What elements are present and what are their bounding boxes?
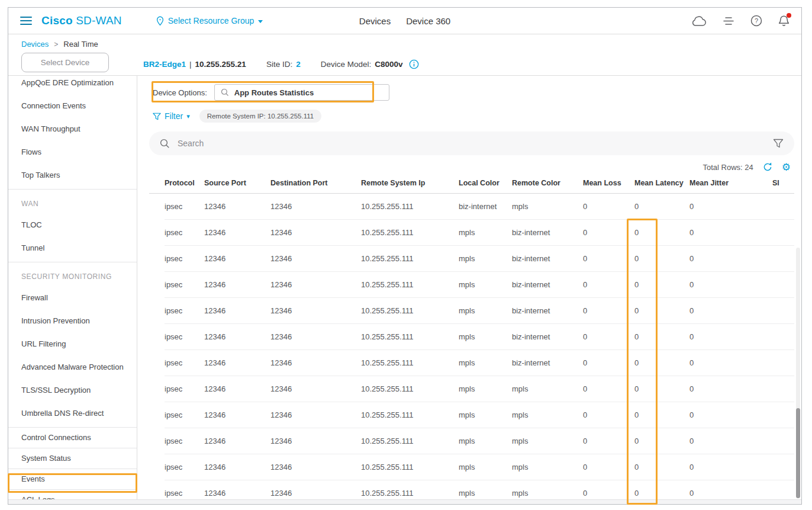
column-header-mean-loss[interactable]: Mean Loss (583, 174, 634, 193)
tab-devices[interactable]: Devices (359, 16, 391, 26)
device-options-value: App Routes Statistics (234, 88, 314, 97)
cell-remote-system-ip: 10.255.255.111 (361, 254, 459, 263)
search-input[interactable] (178, 139, 765, 148)
sidebar-item-appqoe-dre-optimization[interactable]: AppQoE DRE Optimization (8, 76, 137, 94)
menu-hamburger-icon[interactable] (20, 17, 32, 25)
sidebar-item-flows[interactable]: Flows (8, 140, 137, 163)
filter-label: Filter (165, 111, 183, 121)
breadcrumb-separator: > (54, 40, 58, 49)
cell-destination-port: 12346 (270, 437, 361, 445)
breadcrumb: Devices > Real Time (21, 40, 98, 49)
table-row[interactable]: ipsec123461234610.255.255.111mplsbiz-int… (165, 324, 794, 350)
table-meta-row: Total Rows: 24 ⚙ (149, 162, 791, 172)
cell-protocol: ipsec (165, 254, 204, 263)
sidebar-item-wan-throughput[interactable]: WAN Throughput (8, 117, 137, 140)
column-header-remote-system-ip[interactable]: Remote System Ip (361, 174, 459, 193)
table-vertical-scrollbar[interactable] (796, 248, 800, 498)
refresh-icon[interactable] (762, 162, 773, 172)
table-row[interactable]: ipsec123461234610.255.255.111mplsmpls000 (165, 402, 794, 428)
chevron-down-icon (258, 20, 263, 23)
device-options-input[interactable]: App Routes Statistics (214, 84, 389, 101)
sidebar-item-firewall[interactable]: Firewall (8, 286, 137, 309)
cell-mean-loss: 0 (583, 228, 634, 237)
cell-protocol: ipsec (165, 332, 204, 341)
table-row[interactable]: ipsec123461234610.255.255.111mplsbiz-int… (165, 246, 794, 272)
breadcrumb-devices-link[interactable]: Devices (21, 40, 49, 49)
cell-mean-loss: 0 (583, 384, 634, 393)
brand-cisco: Cisco (41, 14, 73, 27)
cell-source-port: 12346 (204, 358, 270, 367)
resource-group-selector[interactable]: Select Resource Group (156, 16, 263, 26)
cell-destination-port: 12346 (270, 463, 361, 471)
svg-text:?: ? (755, 17, 758, 24)
cell-source-port: 12346 (204, 463, 270, 471)
column-header-mean-jitter[interactable]: Mean Jitter (689, 174, 772, 193)
sidebar-item-connection-events[interactable]: Connection Events (8, 94, 137, 117)
cell-source-port: 12346 (204, 254, 270, 263)
sidebar-item-intrusion-prevention[interactable]: Intrusion Prevention (8, 309, 137, 332)
sidebar-item-advanced-malware-protection[interactable]: Advanced Malware Protection (8, 355, 137, 379)
column-header-destination-port[interactable]: Destination Port (270, 174, 361, 193)
cell-mean-latency: 0 (634, 410, 689, 419)
sidebar-item-tls-ssl-decryption[interactable]: TLS/SSL Decryption (8, 379, 137, 402)
sidebar-item-umbrella-dns-re-direct[interactable]: Umbrella DNS Re-direct (8, 402, 137, 425)
cell-mean-jitter: 0 (689, 254, 772, 263)
select-device-button[interactable]: Select Device (21, 53, 109, 72)
device-name[interactable]: BR2-Edge1 (143, 60, 186, 69)
sidebar-item-events[interactable]: Events (8, 469, 137, 489)
filter-chip-remote-system-ip[interactable]: Remote System IP: 10.255.255.111 (199, 110, 322, 123)
column-header-source-port[interactable]: Source Port (204, 174, 270, 193)
cell-destination-port: 12346 (270, 280, 361, 289)
sidebar-group: Control ConnectionsSystem StatusEventsAC… (8, 427, 137, 504)
gear-icon[interactable]: ⚙ (782, 162, 791, 172)
sidebar-item-tloc[interactable]: TLOC (8, 213, 137, 236)
sidebar-item-top-talkers[interactable]: Top Talkers (8, 163, 137, 187)
cell-local-color: mpls (459, 489, 512, 498)
cell-mean-loss: 0 (583, 280, 634, 289)
info-icon[interactable] (409, 59, 419, 69)
table-row[interactable]: ipsec123461234610.255.255.111mplsbiz-int… (165, 220, 794, 246)
cell-mean-latency: 0 (634, 489, 689, 498)
sidebar-item-control-connections[interactable]: Control Connections (8, 428, 137, 448)
filter-toggle[interactable]: Filter ▾ (153, 111, 190, 121)
cell-mean-latency: 0 (634, 463, 689, 471)
table-header-row: ProtocolSource PortDestination PortRemot… (149, 174, 794, 194)
cell-protocol: ipsec (165, 463, 204, 471)
table-row[interactable]: ipsec123461234610.255.255.111mplsmpls000 (165, 454, 794, 480)
cell-local-color: mpls (459, 437, 512, 445)
help-icon[interactable]: ? (750, 15, 762, 27)
column-header-protocol[interactable]: Protocol (165, 174, 204, 193)
sidebar-item-system-status[interactable]: System Status (8, 448, 137, 469)
cell-mean-jitter: 0 (689, 489, 772, 498)
device-model-value: C8000v (375, 60, 402, 69)
cloud-icon[interactable] (691, 15, 707, 27)
cell-destination-port: 12346 (270, 202, 361, 211)
cell-source-port: 12346 (204, 410, 270, 419)
cell-source-port: 12346 (204, 202, 270, 211)
bottom-scrollbar-track (8, 499, 801, 504)
table-row[interactable]: ipsec123461234610.255.255.111mplsmpls000 (165, 428, 794, 454)
sidebar-item-url-filtering[interactable]: URL Filtering (8, 332, 137, 355)
column-header-mean-latency[interactable]: Mean Latency (634, 174, 689, 193)
cell-mean-latency: 0 (634, 306, 689, 315)
tab-device-360[interactable]: Device 360 (406, 16, 450, 26)
device-info-bar: BR2-Edge1 | 10.255.255.21 Site ID: 2 Dev… (143, 59, 419, 69)
table-row[interactable]: ipsec123461234610.255.255.111mplsbiz-int… (165, 298, 794, 324)
table-row[interactable]: ipsec123461234610.255.255.111mplsbiz-int… (165, 272, 794, 298)
scrollbar-thumb[interactable] (796, 408, 800, 498)
sidebar-item-tunnel[interactable]: Tunnel (8, 236, 137, 259)
table-row[interactable]: ipsec123461234610.255.255.111biz-interne… (165, 194, 794, 220)
table-row[interactable]: ipsec123461234610.255.255.111mplsmpls000 (165, 376, 794, 402)
table-body: ipsec123461234610.255.255.111biz-interne… (149, 194, 794, 505)
column-header-local-color[interactable]: Local Color (459, 174, 512, 193)
task-list-icon[interactable] (723, 17, 734, 25)
resource-group-label: Select Resource Group (168, 16, 254, 25)
cell-local-color: mpls (459, 306, 512, 315)
column-header-remote-color[interactable]: Remote Color (512, 174, 583, 193)
cell-mean-loss: 0 (583, 437, 634, 445)
column-header-sl[interactable]: Sl (772, 174, 794, 193)
notifications-bell-icon[interactable] (778, 15, 790, 27)
cell-mean-jitter: 0 (689, 410, 772, 419)
table-row[interactable]: ipsec123461234610.255.255.111mplsbiz-int… (165, 350, 794, 376)
funnel-icon[interactable] (773, 139, 784, 148)
